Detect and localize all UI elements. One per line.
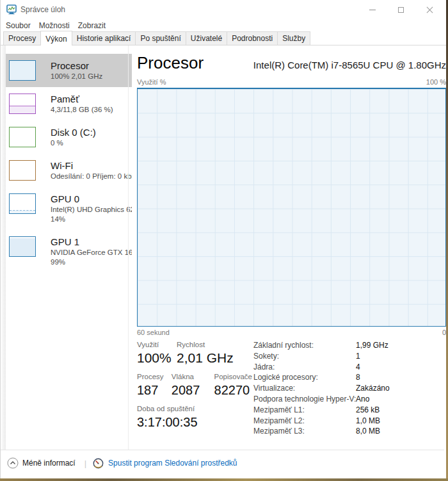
detail-label: Sokety: [253, 352, 356, 361]
less-info-button[interactable]: Méně informací [7, 457, 76, 469]
stat-value-uptime: 3:17:00:35 [137, 414, 198, 430]
cpu-details-table: Základní rychlost: 1,99 GHz Sokety: 1 Já… [253, 341, 390, 437]
stat-label-vlakna: Vlákna [172, 372, 214, 382]
sidebar-item-sub: 4,3/11,8 GB (36 %) [51, 105, 113, 115]
sidebar-item-title: GPU 0 [51, 193, 132, 205]
tab-strip: Procesy Výkon Historie aplikací Po spušt… [1, 31, 446, 45]
sidebar-item-title: Wi-Fi [51, 159, 132, 172]
chart-xmin-label: 60 sekund [137, 329, 170, 336]
stat-value-popisovace: 82270 [214, 382, 252, 398]
detail-label: Logické procesory: [253, 373, 356, 382]
disk-graph-thumbnail-icon [9, 127, 36, 147]
minimize-icon [369, 10, 376, 10]
sidebar-item-sub: Intel(R) UHD Graphics 620 [51, 205, 132, 215]
speedometer-icon [93, 458, 104, 469]
maximize-icon [398, 7, 404, 13]
sidebar-list: Procesor 100% 2,01 GHz Paměť 4,3/11,8 GB… [6, 54, 132, 273]
sidebar-item-sub: 0 % [51, 138, 96, 148]
sidebar-item-sub: 100% 2,01 GHz [51, 72, 102, 81]
sidebar-item-title: Procesor [51, 60, 102, 72]
task-manager-icon [6, 4, 17, 15]
tab-sluzby[interactable]: Služby [277, 31, 310, 45]
chevron-up-circle-icon [7, 457, 19, 469]
maximize-button[interactable] [387, 0, 415, 19]
stat-label-procesy: Procesy [137, 372, 172, 382]
detail-label: Mezipaměť L3: [253, 427, 356, 436]
sidebar-scrollbar[interactable] [1, 45, 6, 450]
less-info-label: Méně informací [22, 459, 76, 468]
sidebar-item-gpu1[interactable]: GPU 1 NVIDIA GeForce GTX 1650 99% [6, 230, 132, 273]
detail-label: Virtualizace: [253, 384, 356, 393]
detail-value: Ano [356, 395, 390, 404]
footer-bar: Méně informací | Spustit program Sledová… [1, 450, 444, 476]
menu-zobrazit[interactable]: Zobrazit [78, 21, 106, 30]
sidebar-item-sub: Odesílání: 0 Příjem: 0 kbit/s [51, 172, 132, 181]
performance-pane: Procesor 100% 2,01 GHz Paměť 4,3/11,8 GB… [1, 45, 446, 450]
cpu-usage-chart [137, 88, 446, 327]
cpu-graph-thumbnail-icon [9, 60, 36, 81]
stat-label-uptime: Doba od spuštění [137, 404, 198, 414]
menubar: Soubor Možnosti Zobrazit [1, 19, 446, 31]
chart-ylabel: Využití % [137, 78, 166, 86]
stat-label-popisovace: Popisovače [214, 372, 252, 382]
cpu-detail-panel: Procesor Intel(R) Core(TM) i7-8565U CPU … [137, 45, 446, 450]
sidebar-divider [128, 45, 129, 450]
stat-label-rychlost: Rychlost [177, 340, 234, 350]
desktop-edge-bottom [0, 478, 448, 481]
detail-value: 4 [356, 363, 390, 371]
sidebar-item-memory[interactable]: Paměť 4,3/11,8 GB (36 %) [6, 87, 132, 120]
wifi-graph-thumbnail-icon [9, 160, 36, 181]
detail-value: 1 [356, 352, 390, 361]
sidebar-item-disk0[interactable]: Disk 0 (C:) 0 % [6, 120, 132, 154]
sidebar-item-sub2: 99% [51, 257, 132, 267]
chart-ymax-label: 100 % [426, 78, 446, 86]
detail-value: Zakázáno [356, 384, 390, 393]
menu-soubor[interactable]: Soubor [6, 21, 31, 30]
titlebar[interactable]: Správce úloh [1, 0, 446, 19]
detail-label: Základní rychlost: [253, 341, 356, 350]
stat-value-vlakna: 2087 [172, 382, 214, 398]
close-icon [426, 6, 433, 13]
sidebar-item-cpu[interactable]: Procesor 100% 2,01 GHz [6, 54, 132, 87]
detail-label: Podpora technologie Hyper-V: [253, 395, 356, 404]
detail-label: Mezipaměť L2: [253, 416, 356, 425]
tab-procesy[interactable]: Procesy [3, 31, 41, 45]
stat-value-procesy: 187 [137, 382, 172, 398]
detail-label: Mezipaměť L1: [253, 405, 356, 414]
gpu1-graph-thumbnail-icon [9, 236, 36, 257]
performance-sidebar: Procesor 100% 2,01 GHz Paměť 4,3/11,8 GB… [1, 45, 132, 450]
tab-historie-aplikaci[interactable]: Historie aplikací [72, 31, 136, 45]
page-title: Procesor [137, 53, 204, 73]
tab-po-spusteni[interactable]: Po spuštění [135, 31, 186, 45]
detail-value: 256 kB [356, 405, 390, 414]
stat-value-vyuziti: 100% [137, 350, 177, 366]
minimize-button[interactable] [358, 0, 387, 19]
detail-value: 1,0 MB [356, 416, 390, 425]
tab-uzivatele[interactable]: Uživatelé [186, 31, 227, 45]
resource-monitor-link-label: Spustit program Sledování prostředků [108, 459, 237, 468]
memory-graph-thumbnail-icon [9, 94, 36, 114]
close-button[interactable] [415, 0, 444, 19]
window-title: Správce úloh [20, 5, 65, 14]
window-controls [358, 0, 444, 19]
detail-value: 1,99 GHz [356, 341, 390, 350]
detail-label: Jádra: [253, 363, 356, 371]
tab-vykon[interactable]: Výkon [40, 31, 72, 45]
stat-value-rychlost: 2,01 GHz [177, 350, 234, 366]
menu-moznosti[interactable]: Možnosti [39, 21, 70, 30]
cpu-model-name: Intel(R) Core(TM) i7-8565U CPU @ 1.80GHz [253, 60, 446, 70]
detail-value: 8,0 MB [356, 427, 390, 436]
sidebar-item-title: Paměť [51, 93, 113, 105]
sidebar-item-sub: NVIDIA GeForce GTX 1650 [51, 248, 132, 257]
footer-separator: | [84, 459, 86, 468]
sidebar-item-title: Disk 0 (C:) [51, 126, 96, 138]
task-manager-window: Správce úloh Soubor Možnosti Zobrazit Pr… [0, 0, 446, 478]
sidebar-item-gpu0[interactable]: GPU 0 Intel(R) UHD Graphics 620 14% [6, 187, 132, 230]
sidebar-item-wifi[interactable]: Wi-Fi Odesílání: 0 Příjem: 0 kbit/s [6, 154, 132, 187]
tab-podrobnosti[interactable]: Podrobnosti [227, 31, 278, 45]
stat-label-vyuziti: Využití [137, 340, 177, 350]
sidebar-item-title: GPU 1 [51, 236, 132, 248]
sidebar-item-sub2: 14% [51, 215, 132, 224]
open-resource-monitor-link[interactable]: Spustit program Sledování prostředků [93, 458, 237, 469]
cpu-stats: Využití 100% Rychlost 2,01 GHz Procesy 1… [137, 340, 252, 436]
